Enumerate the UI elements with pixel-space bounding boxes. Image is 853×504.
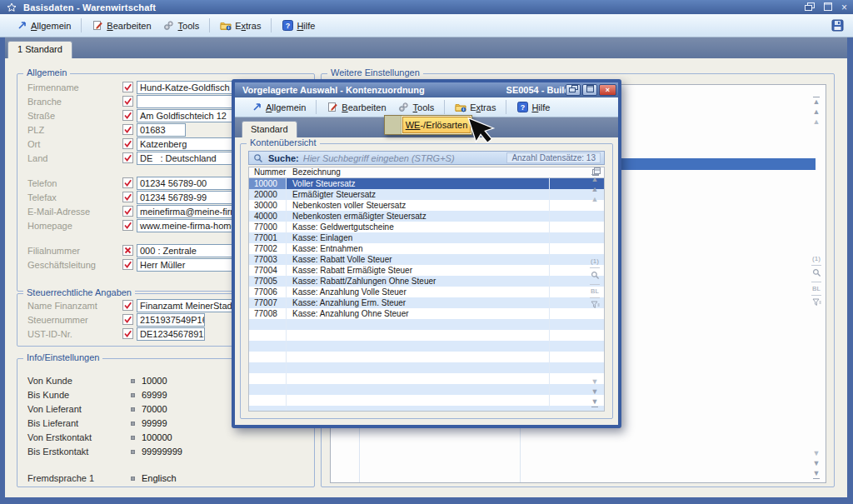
close-button[interactable]: × [841,3,847,12]
info-value: 69999 [142,390,167,400]
filter-icon[interactable] [591,301,600,311]
field-input[interactable]: DE123456789123 [137,327,205,341]
filter-icon[interactable] [812,298,821,308]
gears-icon [398,102,410,113]
search-icon[interactable] [591,271,600,282]
menu-bearbeiten[interactable]: Bearbeiten [86,17,157,34]
bullet-icon [131,436,135,440]
dialog-tab-standard[interactable]: Standard [242,121,297,137]
menu-label: Bearbeiten [342,102,386,112]
cross-icon[interactable] [122,245,133,256]
scroll-first-icon[interactable]: ▲ [591,174,599,183]
check-icon[interactable] [122,328,133,339]
menu-allgemein[interactable]: Allgemein [245,99,312,116]
menu-tools[interactable]: Tools [157,17,206,34]
cell-bezeichnung [286,384,604,395]
scroll-page-up-icon[interactable]: ▲ [813,108,821,116]
check-icon[interactable] [122,206,133,217]
bullet-icon [131,379,135,383]
scroll-down-controls[interactable]: ▼▼▼ [588,378,601,407]
scroll-up-controls[interactable]: ▲▲▲ [810,97,823,126]
search-input[interactable]: Hier Suchbegriff eingeben (STRG+S) [303,153,455,163]
scroll-down-icon[interactable]: ▼ [813,450,821,457]
dialog-maximize-button[interactable] [582,84,597,96]
field-input[interactable]: 01683 [137,123,186,137]
menu-tools[interactable]: Tools [392,99,441,116]
check-icon[interactable] [122,177,133,188]
table-row-77005[interactable]: 77005Kasse: Rabatt/Zahlungen Ohne Steuer [249,276,604,287]
check-icon[interactable] [122,124,133,135]
check-icon[interactable] [122,192,133,202]
menu-allgemein[interactable]: Allgemein [10,17,77,34]
favorite-star-icon[interactable] [6,2,17,13]
accounts-table[interactable]: Nummer Bezeichnung 10000Voller Steuersat… [248,167,605,412]
menu-bearbeiten[interactable]: Bearbeiten [321,99,392,116]
table-row-40000[interactable]: 40000Nebenkosten ermäßigter Steuersatz [249,211,604,222]
dialog-cascade-button[interactable] [566,84,581,96]
table-row-77002[interactable]: 77002Kasse: Entnahmen [249,243,604,254]
check-icon[interactable] [122,314,133,325]
scroll-down-icon[interactable]: ▼ [591,378,599,386]
scroll-page-down-icon[interactable]: ▼ [591,388,599,396]
scroll-first-icon[interactable]: ▲ [813,97,821,106]
check-icon[interactable] [122,300,133,311]
balance-icon[interactable]: BL [812,285,821,292]
cell-bezeichnung [286,319,604,330]
scroll-down-controls[interactable]: ▼▼▼ [810,450,823,479]
menu-item-we-erloesarten[interactable]: WE-/Erlösarten [402,117,471,133]
menu-hilfe[interactable]: ?Hilfe [511,99,556,116]
balance-icon[interactable]: BL [591,287,599,295]
edit-doc-icon [92,20,103,32]
scroll-last-icon[interactable]: ▼ [813,470,821,479]
menu-extras[interactable]: iExtras [449,99,501,116]
table-row-77000[interactable]: 77000Kasse: Geldwertgutscheine [249,222,604,232]
check-icon[interactable] [122,152,133,163]
column-header-bezeichnung[interactable]: Bezeichnung [292,167,341,177]
menu-extras[interactable]: iExtras [214,17,267,34]
svg-text:i: i [228,26,229,30]
table-row-77004[interactable]: 77004Kasse: Rabatt Ermäßigte Steuer [249,265,604,276]
cell-bezeichnung [286,341,604,352]
menu-label: Allgemein [266,102,306,112]
record-count-icon[interactable]: (1) [812,255,821,262]
scroll-page-down-icon[interactable]: ▼ [813,460,821,467]
group-kontenuebersicht: Kontenübersicht Suche: Hier Suchbegriff … [240,143,613,419]
field-input[interactable]: 2151937549P1644 [137,313,205,327]
save-icon[interactable] [831,19,845,32]
list-tools[interactable]: (1)BL [588,257,601,311]
table-row-30000[interactable]: 30000Nebenkosten voller Steuersatz [249,200,604,211]
menu-hilfe[interactable]: ?Hilfe [276,17,321,34]
table-row-77008[interactable]: 77008Kasse: Anzahlung Ohne Steuer [249,308,604,319]
column-header-nummer[interactable]: Nummer [254,167,286,177]
scroll-up-controls[interactable]: ▲▲▲ [588,174,601,203]
search-icon[interactable] [812,268,821,279]
table-row-20000[interactable]: 20000Ermäßigter Steuersatz [249,189,604,200]
scroll-last-icon[interactable]: ▼ [591,398,599,407]
menu-label: Hilfe [297,21,315,31]
table-row-77007[interactable]: 77007Kasse: Anzahlung Erm. Steuer [249,297,604,308]
table-row-77006[interactable]: 77006Kasse: Anzahlung Volle Steuer [249,287,604,297]
tab-1-standard[interactable]: 1 Standard [7,41,72,58]
check-icon[interactable] [122,138,133,149]
scroll-up-icon[interactable]: ▲ [591,196,599,203]
field-label: Steuernummer [27,315,88,325]
scroll-up-icon[interactable]: ▲ [813,118,821,126]
record-count-icon[interactable]: (1) [591,257,599,265]
check-icon[interactable] [122,96,133,107]
scroll-page-up-icon[interactable]: ▲ [591,186,599,193]
check-icon[interactable] [122,82,133,92]
check-icon[interactable] [122,259,133,270]
main-tabstrip: 1 Standard [5,37,847,58]
table-row-10000[interactable]: 10000Voller Steuersatz [249,178,604,189]
check-icon[interactable] [122,220,133,231]
search-bar[interactable]: Suche: Hier Suchbegriff eingeben (STRG+S… [248,151,605,165]
field-label: PLZ [27,125,44,135]
field-label: Name Finanzamt [27,301,97,311]
maximize-button[interactable] [824,2,832,12]
table-row-77003[interactable]: 77003Kasse: Rabatt Volle Steuer [249,254,604,265]
check-icon[interactable] [122,110,133,121]
list-tools[interactable]: (1)BL [810,255,823,308]
table-row-77001[interactable]: 77001Kasse: Einlagen [249,232,604,243]
dialog-close-button[interactable]: × [599,84,616,96]
cascade-windows-button[interactable] [805,2,815,12]
